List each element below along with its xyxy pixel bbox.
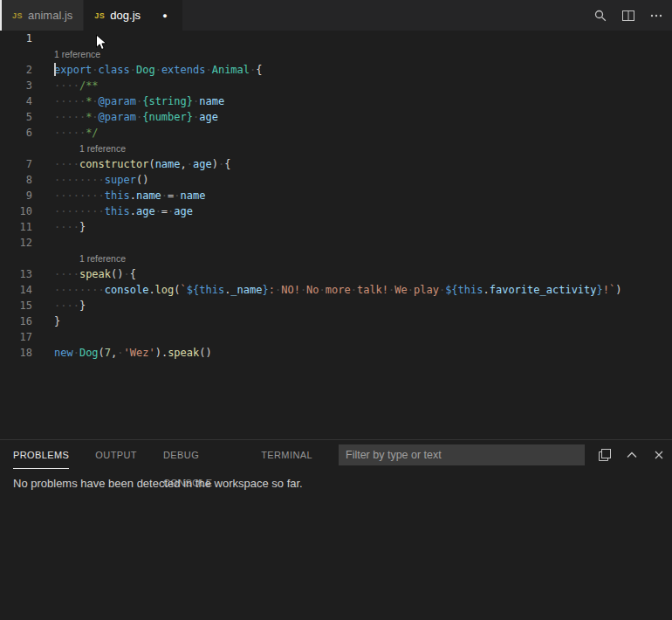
code-token: } <box>262 284 268 296</box>
modified-dot-icon[interactable]: ● <box>158 11 172 20</box>
collapse-all-icon[interactable] <box>598 448 612 462</box>
code-token: /** <box>79 79 99 92</box>
line-number[interactable]: 3 <box>0 78 32 93</box>
problems-filter-input[interactable] <box>339 444 585 465</box>
line-number[interactable]: 12 <box>0 235 32 251</box>
code-line[interactable]: ·····*·@param·{number}·age <box>32 109 218 125</box>
line-number[interactable] <box>0 46 32 62</box>
codelens-reference-link[interactable]: 1 reference <box>54 46 100 62</box>
code-token: · <box>161 189 168 202</box>
problems-empty-message: No problems have been detected in the wo… <box>0 469 672 498</box>
line-number[interactable]: 16 <box>0 313 32 329</box>
line-number[interactable]: 15 <box>0 298 32 313</box>
code-token: · <box>155 64 161 76</box>
code-token: { <box>224 158 230 170</box>
tab-animal-js[interactable]: JS animal.js <box>0 0 84 31</box>
code-token: ( <box>174 284 180 296</box>
vscode-window: JS animal.js JS dog.js ● 11 reference2ex… <box>0 0 672 620</box>
line-number[interactable]: 17 <box>0 329 32 345</box>
line-number[interactable]: 7 <box>0 156 32 172</box>
code-token: · <box>351 284 357 296</box>
line-number[interactable]: 2 <box>0 62 32 78</box>
code-token: . <box>130 205 136 217</box>
code-line[interactable]: export·class·Dog·extends·Animal·{ <box>32 62 263 78</box>
code-line[interactable]: ····} <box>32 298 86 313</box>
code-line[interactable]: ·····*·@param·{string}·name <box>32 93 224 109</box>
code-token: = <box>161 205 168 217</box>
panel-tab-problems[interactable]: PROBLEMS <box>13 441 69 469</box>
code-token: ···· <box>54 268 79 280</box>
code-token: ····· <box>54 111 86 123</box>
code-token: ········ <box>54 174 105 186</box>
editor-title-actions <box>593 0 672 31</box>
code-line[interactable] <box>32 329 54 345</box>
line-number[interactable]: 9 <box>0 188 32 203</box>
code-line[interactable]: ····/** <box>32 78 99 93</box>
code-token: {string} <box>142 95 193 107</box>
code-token: () <box>199 347 211 359</box>
code-token: this <box>105 189 130 202</box>
bottom-panel: PROBLEMS OUTPUT DEBUG CONSOLE TERMINAL N… <box>0 439 672 620</box>
tab-label: animal.js <box>28 9 72 22</box>
code-line[interactable]: ········this.name·=·name <box>32 188 205 203</box>
code-token: constructor <box>79 158 148 170</box>
search-icon[interactable] <box>593 9 607 23</box>
line-number[interactable]: 1 <box>0 31 32 46</box>
line-number[interactable]: 14 <box>0 282 32 298</box>
code-token: ` <box>181 284 187 296</box>
code-token: {number} <box>142 111 193 123</box>
javascript-file-icon: JS <box>12 11 23 20</box>
code-line[interactable]: ····speak()·{ <box>32 266 136 282</box>
code-token: . <box>130 189 136 202</box>
code-token: favorite_activity <box>490 284 597 296</box>
code-line[interactable]: new·Dog(7,·'Wez').speak() <box>32 345 212 361</box>
code-token: name <box>181 189 206 202</box>
code-token: · <box>92 95 98 107</box>
tab-dog-js[interactable]: JS dog.js ● <box>84 0 182 31</box>
code-line[interactable]: ········super() <box>32 172 148 188</box>
code-line[interactable] <box>32 31 54 46</box>
line-number[interactable] <box>0 141 32 156</box>
code-editor[interactable]: 11 reference2export·class·Dog·extends·An… <box>0 31 672 439</box>
line-number[interactable]: 11 <box>0 219 32 235</box>
panel-tab-terminal[interactable]: TERMINAL <box>261 441 312 469</box>
code-token: NO! <box>281 284 300 296</box>
code-token: () <box>136 174 148 186</box>
line-number[interactable]: 4 <box>0 93 32 109</box>
line-number[interactable]: 5 <box>0 109 32 125</box>
line-number[interactable]: 8 <box>0 172 32 188</box>
code-token: name <box>155 158 181 170</box>
code-token: class <box>99 64 130 76</box>
code-token: } <box>54 315 60 327</box>
code-token: ···· <box>54 79 79 92</box>
code-line[interactable]: ········console.log(`${this._name}:·NO!·… <box>32 282 621 298</box>
text-cursor <box>54 63 56 76</box>
code-line[interactable]: } <box>32 313 60 329</box>
code-token: export <box>54 64 92 76</box>
code-token: · <box>73 347 79 359</box>
codelens-reference-link[interactable]: 1 reference <box>79 251 126 266</box>
codelens-reference-link[interactable]: 1 reference <box>79 141 126 156</box>
line-number[interactable] <box>0 251 32 266</box>
code-token: · <box>174 189 180 202</box>
code-line[interactable]: ·····*/ <box>32 125 99 141</box>
split-editor-icon[interactable] <box>621 9 635 23</box>
code-token: log <box>155 284 175 296</box>
close-panel-icon[interactable] <box>652 448 666 462</box>
code-line[interactable]: ····constructor(name,·age)·{ <box>32 156 230 172</box>
code-token: ····· <box>54 127 86 139</box>
code-token: Dog <box>79 347 99 359</box>
maximize-panel-chevron-up-icon[interactable] <box>625 448 639 462</box>
code-line[interactable]: ········this.age·=·age <box>32 203 193 219</box>
line-number[interactable]: 6 <box>0 125 32 141</box>
panel-tab-debug-console[interactable]: DEBUG CONSOLE <box>163 441 235 469</box>
line-number[interactable]: 18 <box>0 345 32 361</box>
line-number[interactable]: 13 <box>0 266 32 282</box>
more-actions-icon[interactable] <box>649 9 663 23</box>
code-token: · <box>117 347 123 359</box>
code-line[interactable]: ····} <box>32 219 86 235</box>
line-number[interactable]: 10 <box>0 203 32 219</box>
code-line[interactable] <box>32 235 54 251</box>
panel-tab-output[interactable]: OUTPUT <box>95 441 137 469</box>
code-token: ) <box>615 284 621 296</box>
